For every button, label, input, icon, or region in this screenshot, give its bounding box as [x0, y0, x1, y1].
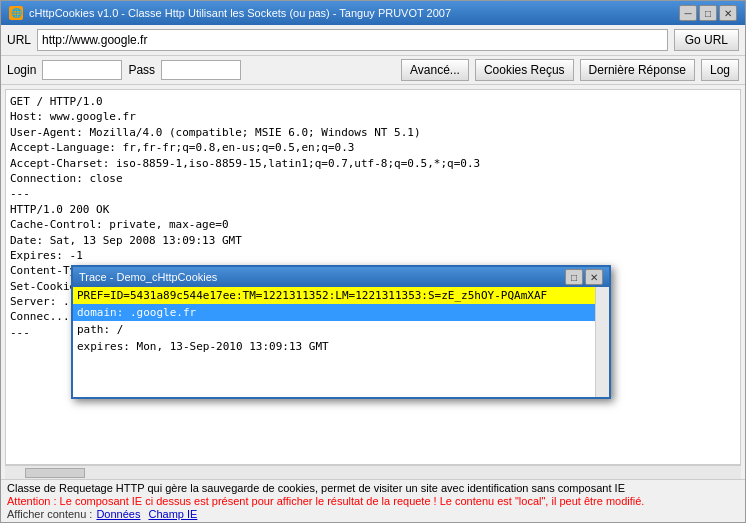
main-content: GET / HTTP/1.0 Host: www.google.fr User-…	[1, 85, 745, 479]
last-response-button[interactable]: Dernière Réponse	[580, 59, 695, 81]
go-url-button[interactable]: Go URL	[674, 29, 739, 51]
popup-close-button[interactable]: ✕	[585, 269, 603, 285]
scrollbar-thumb[interactable]	[25, 468, 85, 478]
app-icon: 🌐	[9, 6, 23, 20]
status-bar: Classe de Requetage HTTP qui gère la sau…	[1, 479, 745, 522]
title-bar-left: 🌐 cHttpCookies v1.0 - Classe Http Utilis…	[9, 6, 451, 20]
close-button[interactable]: ✕	[719, 5, 737, 21]
title-bar: 🌐 cHttpCookies v1.0 - Classe Http Utilis…	[1, 1, 745, 25]
status-line-1: Classe de Requetage HTTP qui gère la sau…	[7, 482, 739, 494]
status-line-3: Afficher contenu : Données Champ IE	[7, 508, 739, 520]
popup-line-3: path: /	[73, 321, 609, 338]
login-label: Login	[7, 63, 36, 77]
popup-title-buttons: □ ✕	[565, 269, 603, 285]
afficher-label: Afficher contenu :	[7, 508, 92, 520]
cookies-button[interactable]: Cookies Reçus	[475, 59, 574, 81]
popup-line-1: PREF=ID=5431a89c544e17ee:TM=1221311352:L…	[73, 287, 609, 304]
pass-label: Pass	[128, 63, 155, 77]
login-input[interactable]	[42, 60, 122, 80]
popup-resize-button[interactable]: □	[565, 269, 583, 285]
horizontal-scrollbar[interactable]	[5, 465, 741, 479]
main-window: 🌐 cHttpCookies v1.0 - Classe Http Utilis…	[0, 0, 746, 523]
log-button[interactable]: Log	[701, 59, 739, 81]
popup-line-4: expires: Mon, 13-Sep-2010 13:09:13 GMT	[73, 338, 609, 355]
status-line-2: Attention : Le composant IE ci dessus es…	[7, 495, 739, 507]
title-buttons: ─ □ ✕	[679, 5, 737, 21]
pass-input[interactable]	[161, 60, 241, 80]
maximize-button[interactable]: □	[699, 5, 717, 21]
trace-popup: Trace - Demo_cHttpCookies □ ✕ PREF=ID=54…	[71, 265, 611, 399]
url-label: URL	[7, 33, 31, 47]
popup-content: PREF=ID=5431a89c544e17ee:TM=1221311352:L…	[73, 287, 609, 397]
url-input[interactable]	[37, 29, 668, 51]
popup-title-bar: Trace - Demo_cHttpCookies □ ✕	[73, 267, 609, 287]
popup-line-2: domain: .google.fr	[73, 304, 609, 321]
advanced-button[interactable]: Avancé...	[401, 59, 469, 81]
champ-ie-link[interactable]: Champ IE	[148, 508, 197, 520]
minimize-button[interactable]: ─	[679, 5, 697, 21]
url-toolbar: URL Go URL	[1, 25, 745, 56]
window-title: cHttpCookies v1.0 - Classe Http Utilisan…	[29, 7, 451, 19]
login-toolbar: Login Pass Avancé... Cookies Reçus Derni…	[1, 56, 745, 85]
popup-scrollbar[interactable]	[595, 287, 609, 397]
donnees-link[interactable]: Données	[96, 508, 140, 520]
popup-title: Trace - Demo_cHttpCookies	[79, 271, 217, 283]
